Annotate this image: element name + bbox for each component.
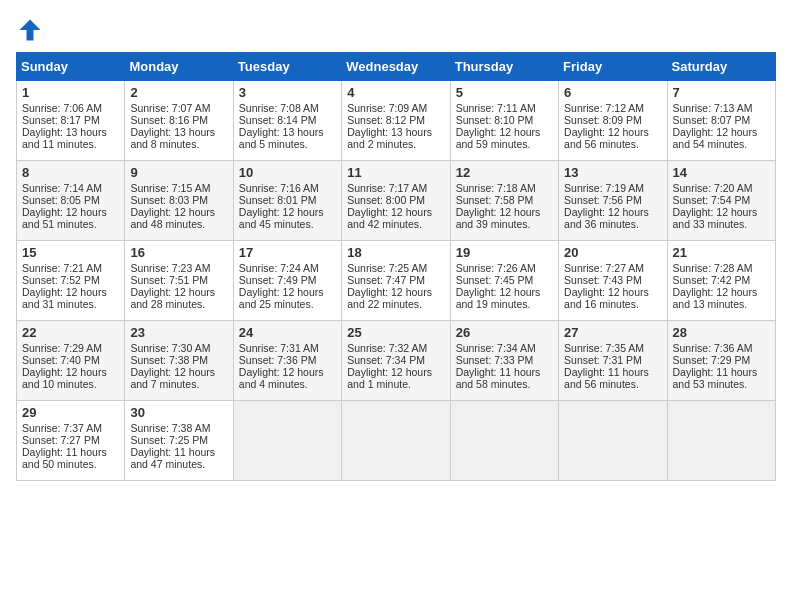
daylight-text: Daylight: 12 hours and 16 minutes. <box>564 286 661 310</box>
day-number: 28 <box>673 325 770 340</box>
daylight-text: Daylight: 12 hours and 31 minutes. <box>22 286 119 310</box>
day-number: 24 <box>239 325 336 340</box>
day-number: 23 <box>130 325 227 340</box>
day-cell: 2Sunrise: 7:07 AMSunset: 8:16 PMDaylight… <box>125 81 233 161</box>
sunset-text: Sunset: 7:45 PM <box>456 274 553 286</box>
daylight-text: Daylight: 12 hours and 42 minutes. <box>347 206 444 230</box>
day-number: 12 <box>456 165 553 180</box>
sunset-text: Sunset: 7:29 PM <box>673 354 770 366</box>
sunset-text: Sunset: 7:51 PM <box>130 274 227 286</box>
sunrise-text: Sunrise: 7:35 AM <box>564 342 661 354</box>
week-row-5: 29Sunrise: 7:37 AMSunset: 7:27 PMDayligh… <box>17 401 776 481</box>
day-cell: 20Sunrise: 7:27 AMSunset: 7:43 PMDayligh… <box>559 241 667 321</box>
daylight-text: Daylight: 11 hours and 58 minutes. <box>456 366 553 390</box>
sunrise-text: Sunrise: 7:23 AM <box>130 262 227 274</box>
logo <box>16 16 48 44</box>
sunset-text: Sunset: 8:05 PM <box>22 194 119 206</box>
day-number: 7 <box>673 85 770 100</box>
day-number: 21 <box>673 245 770 260</box>
sunrise-text: Sunrise: 7:08 AM <box>239 102 336 114</box>
sunset-text: Sunset: 8:14 PM <box>239 114 336 126</box>
daylight-text: Daylight: 12 hours and 48 minutes. <box>130 206 227 230</box>
sunset-text: Sunset: 7:38 PM <box>130 354 227 366</box>
day-cell: 28Sunrise: 7:36 AMSunset: 7:29 PMDayligh… <box>667 321 775 401</box>
sunset-text: Sunset: 7:54 PM <box>673 194 770 206</box>
sunrise-text: Sunrise: 7:15 AM <box>130 182 227 194</box>
sunrise-text: Sunrise: 7:30 AM <box>130 342 227 354</box>
daylight-text: Daylight: 12 hours and 13 minutes. <box>673 286 770 310</box>
day-number: 29 <box>22 405 119 420</box>
day-cell: 11Sunrise: 7:17 AMSunset: 8:00 PMDayligh… <box>342 161 450 241</box>
daylight-text: Daylight: 11 hours and 53 minutes. <box>673 366 770 390</box>
daylight-text: Daylight: 12 hours and 22 minutes. <box>347 286 444 310</box>
day-cell: 14Sunrise: 7:20 AMSunset: 7:54 PMDayligh… <box>667 161 775 241</box>
daylight-text: Daylight: 12 hours and 33 minutes. <box>673 206 770 230</box>
day-cell: 12Sunrise: 7:18 AMSunset: 7:58 PMDayligh… <box>450 161 558 241</box>
daylight-text: Daylight: 13 hours and 5 minutes. <box>239 126 336 150</box>
day-number: 1 <box>22 85 119 100</box>
sunrise-text: Sunrise: 7:18 AM <box>456 182 553 194</box>
day-cell: 7Sunrise: 7:13 AMSunset: 8:07 PMDaylight… <box>667 81 775 161</box>
day-cell <box>667 401 775 481</box>
daylight-text: Daylight: 13 hours and 8 minutes. <box>130 126 227 150</box>
sunset-text: Sunset: 7:36 PM <box>239 354 336 366</box>
sunset-text: Sunset: 7:31 PM <box>564 354 661 366</box>
day-cell: 5Sunrise: 7:11 AMSunset: 8:10 PMDaylight… <box>450 81 558 161</box>
sunset-text: Sunset: 7:52 PM <box>22 274 119 286</box>
day-number: 8 <box>22 165 119 180</box>
sunset-text: Sunset: 8:16 PM <box>130 114 227 126</box>
sunset-text: Sunset: 8:07 PM <box>673 114 770 126</box>
daylight-text: Daylight: 12 hours and 10 minutes. <box>22 366 119 390</box>
sunrise-text: Sunrise: 7:34 AM <box>456 342 553 354</box>
sunrise-text: Sunrise: 7:12 AM <box>564 102 661 114</box>
day-number: 11 <box>347 165 444 180</box>
day-number: 27 <box>564 325 661 340</box>
sunrise-text: Sunrise: 7:14 AM <box>22 182 119 194</box>
column-header-friday: Friday <box>559 53 667 81</box>
sunset-text: Sunset: 7:43 PM <box>564 274 661 286</box>
sunset-text: Sunset: 8:10 PM <box>456 114 553 126</box>
day-cell: 18Sunrise: 7:25 AMSunset: 7:47 PMDayligh… <box>342 241 450 321</box>
column-header-sunday: Sunday <box>17 53 125 81</box>
day-number: 17 <box>239 245 336 260</box>
sunrise-text: Sunrise: 7:27 AM <box>564 262 661 274</box>
day-number: 6 <box>564 85 661 100</box>
logo-icon <box>16 16 44 44</box>
day-number: 13 <box>564 165 661 180</box>
day-cell: 8Sunrise: 7:14 AMSunset: 8:05 PMDaylight… <box>17 161 125 241</box>
column-header-thursday: Thursday <box>450 53 558 81</box>
day-cell: 1Sunrise: 7:06 AMSunset: 8:17 PMDaylight… <box>17 81 125 161</box>
daylight-text: Daylight: 12 hours and 4 minutes. <box>239 366 336 390</box>
column-header-tuesday: Tuesday <box>233 53 341 81</box>
day-number: 18 <box>347 245 444 260</box>
day-number: 19 <box>456 245 553 260</box>
page-header <box>16 16 776 44</box>
day-cell: 27Sunrise: 7:35 AMSunset: 7:31 PMDayligh… <box>559 321 667 401</box>
sunrise-text: Sunrise: 7:26 AM <box>456 262 553 274</box>
day-number: 4 <box>347 85 444 100</box>
daylight-text: Daylight: 11 hours and 47 minutes. <box>130 446 227 470</box>
daylight-text: Daylight: 12 hours and 1 minute. <box>347 366 444 390</box>
week-row-4: 22Sunrise: 7:29 AMSunset: 7:40 PMDayligh… <box>17 321 776 401</box>
day-cell: 16Sunrise: 7:23 AMSunset: 7:51 PMDayligh… <box>125 241 233 321</box>
day-cell <box>342 401 450 481</box>
sunrise-text: Sunrise: 7:36 AM <box>673 342 770 354</box>
day-cell <box>559 401 667 481</box>
week-row-3: 15Sunrise: 7:21 AMSunset: 7:52 PMDayligh… <box>17 241 776 321</box>
calendar-table: SundayMondayTuesdayWednesdayThursdayFrid… <box>16 52 776 481</box>
sunset-text: Sunset: 7:34 PM <box>347 354 444 366</box>
week-row-1: 1Sunrise: 7:06 AMSunset: 8:17 PMDaylight… <box>17 81 776 161</box>
daylight-text: Daylight: 12 hours and 54 minutes. <box>673 126 770 150</box>
day-cell: 17Sunrise: 7:24 AMSunset: 7:49 PMDayligh… <box>233 241 341 321</box>
sunset-text: Sunset: 7:42 PM <box>673 274 770 286</box>
day-cell: 26Sunrise: 7:34 AMSunset: 7:33 PMDayligh… <box>450 321 558 401</box>
day-cell: 24Sunrise: 7:31 AMSunset: 7:36 PMDayligh… <box>233 321 341 401</box>
daylight-text: Daylight: 12 hours and 25 minutes. <box>239 286 336 310</box>
sunrise-text: Sunrise: 7:32 AM <box>347 342 444 354</box>
sunset-text: Sunset: 7:27 PM <box>22 434 119 446</box>
day-cell: 21Sunrise: 7:28 AMSunset: 7:42 PMDayligh… <box>667 241 775 321</box>
daylight-text: Daylight: 13 hours and 11 minutes. <box>22 126 119 150</box>
day-cell: 10Sunrise: 7:16 AMSunset: 8:01 PMDayligh… <box>233 161 341 241</box>
day-cell: 25Sunrise: 7:32 AMSunset: 7:34 PMDayligh… <box>342 321 450 401</box>
daylight-text: Daylight: 12 hours and 28 minutes. <box>130 286 227 310</box>
